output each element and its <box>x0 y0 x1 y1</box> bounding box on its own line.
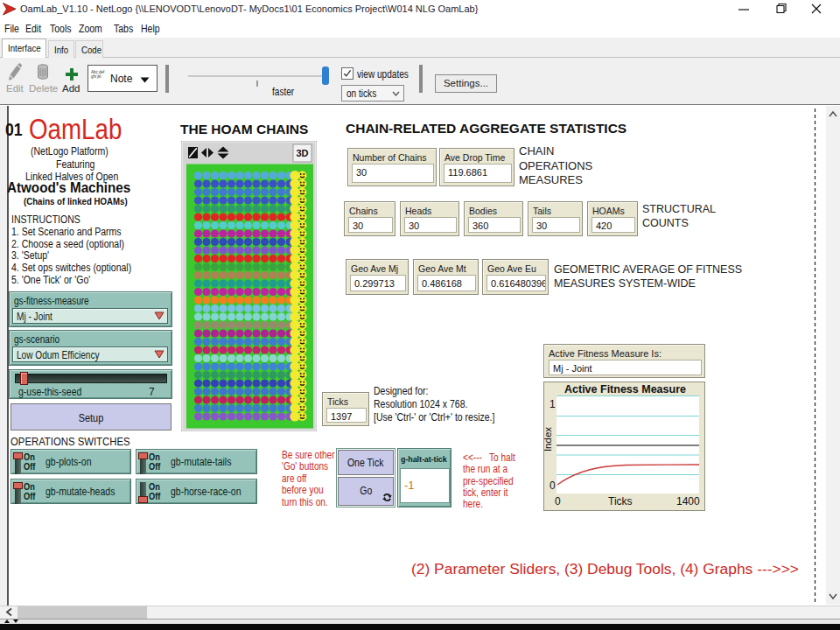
svg-text:(2) Parameter Sliders, (3) Deb: (2) Parameter Sliders, (3) Debug Tools, … <box>411 562 799 577</box>
svg-text:3D: 3D <box>296 148 308 158</box>
